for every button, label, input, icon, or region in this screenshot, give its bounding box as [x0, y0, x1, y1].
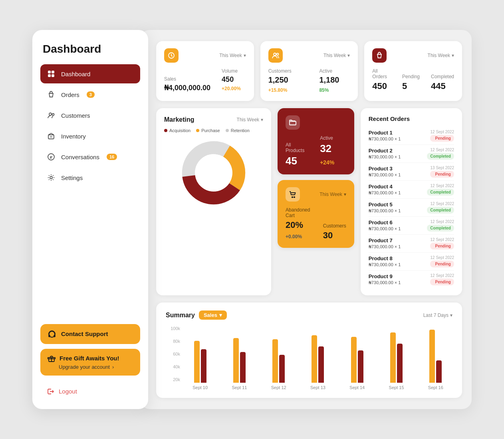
- customers-value-block: Customers 1,250 +15.80%: [268, 68, 308, 94]
- cart-icon: [286, 187, 300, 202]
- orders-stat-icon: [372, 48, 387, 63]
- sales-card-header: This Week ▾: [164, 48, 246, 63]
- bar-pair: [194, 327, 206, 383]
- completed-orders-block: Completed 445: [431, 74, 454, 91]
- customers-active-block: Active 1,180 85%: [319, 68, 350, 94]
- logout-label: Logout: [59, 388, 77, 395]
- sidebar-item-settings-label: Settings: [61, 174, 83, 181]
- abandoned-cart-block: Abandoned Cart 20% +0.00%: [286, 207, 312, 241]
- headset-icon: [48, 330, 56, 338]
- chevron-down-icon: ▾: [452, 53, 454, 58]
- order-info: Product 3 ₦730,000.00 × 1: [369, 166, 401, 178]
- bar-pair: [272, 327, 285, 383]
- customers-period[interactable]: This Week ▾: [323, 53, 350, 58]
- order-row: Product 6 ₦730,000.00 × 1 12 Sept 2022 C…: [369, 217, 454, 235]
- free-gift-button[interactable]: Free Gift Awaits You! Upgrade your accou…: [40, 349, 140, 376]
- order-status-block: 12 Sept 2022 Pending: [430, 130, 454, 142]
- logout-button[interactable]: Logout: [40, 384, 140, 399]
- customers-stat-icon: [268, 48, 283, 63]
- sidebar-item-customers[interactable]: Customers: [40, 106, 140, 125]
- chart-y-axis: 100k80k60k40k20k: [166, 326, 180, 390]
- sales-value-block: Sales ₦4,000,000.00: [164, 76, 210, 92]
- order-status-block: 12 Sept 2022 Completed: [427, 202, 454, 214]
- svg-point-8: [50, 176, 52, 179]
- order-info: Product 8 ₦730,000.00 × 1: [369, 255, 401, 267]
- sidebar-item-settings[interactable]: Settings: [40, 168, 140, 187]
- bar-group: [183, 327, 217, 383]
- bar-group: [262, 327, 296, 383]
- svg-point-21: [292, 197, 293, 198]
- orders-period[interactable]: This Week ▾: [428, 53, 454, 58]
- cart-period[interactable]: This Week ▾: [319, 192, 346, 197]
- active-products-block: Active 32 +24%: [320, 135, 346, 167]
- sidebar-item-inventory[interactable]: Inventory: [40, 127, 140, 146]
- bar-group: [301, 327, 335, 383]
- main-content: This Week ▾ Sales ₦4,000,000.00 Volume 4…: [140, 30, 472, 409]
- chevron-down-icon: ▾: [244, 53, 246, 58]
- bar-pair: [429, 327, 442, 383]
- grid-icon: [47, 69, 56, 78]
- cart-header: This Week ▾: [286, 187, 346, 202]
- sales-icon: [164, 48, 179, 63]
- sidebar-title: Dashboard: [40, 43, 140, 55]
- sidebar-item-dashboard[interactable]: Dashboard: [40, 64, 140, 83]
- order-status-block: 12 Sept 2022 Pending: [430, 273, 454, 285]
- marketing-period[interactable]: This Week ▾: [237, 117, 263, 123]
- svg-point-4: [49, 113, 52, 115]
- free-gift-title: Free Gift Awaits You!: [48, 354, 133, 362]
- order-row: Product 8 ₦730,000.00 × 1 12 Sept 2022 P…: [369, 253, 454, 271]
- svg-point-14: [274, 53, 276, 55]
- customers-card-header: This Week ▾: [268, 48, 350, 63]
- sales-values: Sales ₦4,000,000.00 Volume 450 +20.00%: [164, 68, 246, 92]
- stats-row: This Week ▾ Sales ₦4,000,000.00 Volume 4…: [156, 41, 462, 101]
- middle-row: Marketing This Week ▾ Acquisition Purcha…: [156, 108, 462, 295]
- bar-red: [397, 344, 403, 383]
- legend-retention: Retention: [226, 128, 250, 133]
- marketing-card: Marketing This Week ▾ Acquisition Purcha…: [156, 108, 271, 295]
- bar-gold: [429, 330, 435, 383]
- summary-header: Summary Sales ▾ Last 7 Days ▾: [166, 310, 452, 320]
- bar-red: [240, 352, 246, 383]
- conversations-badge: 16: [107, 154, 117, 160]
- svg-point-5: [52, 114, 54, 116]
- chevron-down-icon: ▾: [261, 117, 263, 123]
- order-status-block: 12 Sept 2022 Completed: [427, 148, 454, 160]
- sidebar-item-orders[interactable]: Orders 3: [40, 85, 140, 104]
- sales-period[interactable]: This Week ▾: [219, 53, 246, 58]
- summary-filter[interactable]: Sales ▾: [199, 310, 227, 320]
- cart-values: Abandoned Cart 20% +0.00% Customers 30: [286, 207, 346, 241]
- contact-support-button[interactable]: Contact Support: [40, 324, 140, 344]
- order-row: Product 1 ₦730,000.00 × 1 12 Sept 2022 P…: [369, 127, 454, 145]
- chevron-down-icon: ▾: [219, 312, 222, 318]
- svg-rect-0: [48, 71, 51, 73]
- order-status-block: 12 Sept 2022 Completed: [427, 220, 454, 231]
- sidebar-item-orders-label: Orders: [61, 91, 79, 98]
- bar-group: [222, 327, 256, 383]
- order-status-block: 13 Sept 2022 Pending: [430, 166, 454, 178]
- order-info: Product 7 ₦730,000.00 × 1: [369, 237, 401, 249]
- marketing-legend: Acquisition Purchase Retention: [164, 128, 263, 133]
- order-info: Product 9 ₦730,000.00 × 1: [369, 273, 401, 285]
- svg-point-15: [276, 53, 278, 55]
- order-row: Product 9 ₦730,000.00 × 1 12 Sept 2022 P…: [369, 271, 454, 288]
- sales-card: This Week ▾ Sales ₦4,000,000.00 Volume 4…: [156, 41, 254, 101]
- bag-icon: [47, 90, 56, 99]
- sales-volume-block: Volume 450 +20.00%: [222, 68, 246, 92]
- order-status-block: 12 Sept 2022 Pending: [430, 255, 454, 267]
- cart-customers-block: Customers 30: [323, 223, 346, 241]
- order-info: Product 1 ₦730,000.00 × 1: [369, 130, 401, 142]
- app-wrapper: Dashboard Dashboard Orders 3: [32, 30, 472, 409]
- sidebar-item-conversations[interactable]: Conversations 16: [40, 147, 140, 166]
- chart-x-label: Sept 15: [379, 385, 413, 390]
- chat-icon: [47, 152, 56, 161]
- orders-badge: 3: [87, 91, 95, 98]
- chart-x-label: Sept 12: [262, 385, 296, 390]
- order-info: Product 6 ₦730,000.00 × 1: [369, 220, 401, 231]
- chart-x-labels: Sept 10Sept 11Sept 12Sept 13Sept 14Sept …: [183, 385, 452, 390]
- order-status-block: 12 Sept 2022 Pending: [430, 237, 454, 249]
- bar-red: [279, 355, 285, 383]
- summary-period[interactable]: Last 7 Days ▾: [423, 312, 452, 318]
- all-orders-block: All Orders 450: [372, 68, 391, 91]
- bar-group: [379, 327, 413, 383]
- bar-pair: [233, 327, 246, 383]
